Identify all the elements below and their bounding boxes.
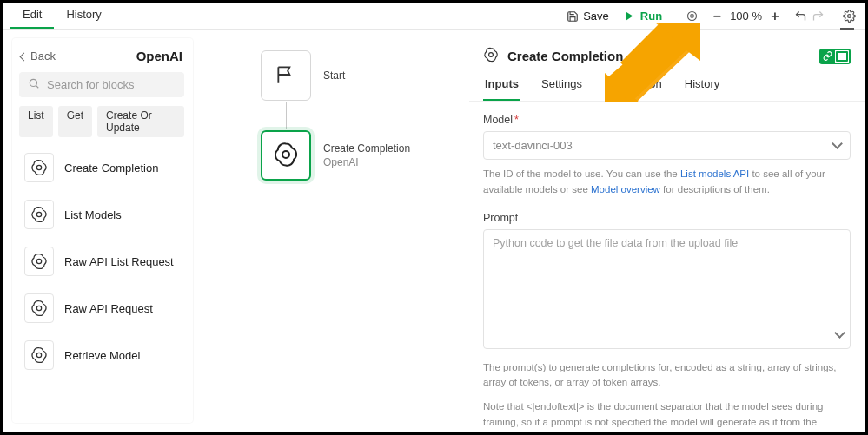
link-model-overview[interactable]: Model overview [591,184,660,194]
block-create-completion[interactable]: Create Completion [19,146,184,189]
block-label: Create Completion [64,161,158,175]
block-raw-api-list[interactable]: Raw API List Request [19,240,184,283]
prompt-field-label: Prompt [483,212,851,224]
save-icon [566,10,580,23]
target-icon[interactable] [685,10,699,23]
panel-title: Create Completion [507,49,623,63]
svg-point-7 [847,15,851,18]
node-start[interactable]: Start [261,50,345,101]
zoom-controls: − 100 % + [709,9,783,24]
prompt-help-1: The prompt(s) to generate completions fo… [483,360,851,392]
block-label: List Models [64,208,122,221]
rectangle-icon [835,49,851,64]
palette-title: OpenAI [136,49,182,63]
play-icon [623,10,637,23]
flow-canvas[interactable]: Start Create Completion OpenAI [202,30,469,432]
block-raw-api-request[interactable]: Raw API Request [19,287,184,330]
svg-point-15 [282,151,289,158]
block-list: Create Completion List Models Raw API Li… [19,146,184,377]
search-input-wrap[interactable] [19,72,184,97]
search-icon [28,77,40,92]
openai-icon [24,153,54,182]
block-retrieve-model[interactable]: Retrieve Model [19,333,184,377]
block-palette: Back OpenAI List Get Create Or Update [3,30,202,432]
svg-point-2 [690,15,693,18]
openai-icon [24,340,54,370]
block-label: Raw API Request [64,302,153,315]
node-title: Start [323,69,345,82]
prompt-textarea[interactable] [483,229,851,349]
openai-icon [273,142,299,170]
tab-edit[interactable]: Edit [10,3,54,29]
svg-line-9 [36,86,39,89]
node-create-completion[interactable]: Create Completion OpenAI [261,130,410,181]
chevron-down-icon[interactable] [835,331,844,339]
model-field-label: Model* [483,114,851,126]
svg-point-14 [36,353,41,357]
zoom-out-button[interactable]: − [709,9,725,24]
model-help-text: The ID of the model to use. You can use … [483,167,851,198]
chevron-down-icon [832,142,841,150]
node-connector [286,102,287,129]
node-subtitle: OpenAI [323,156,410,168]
panel-tabs: Inputs Settings Connection History [469,69,865,102]
svg-point-16 [489,53,494,57]
svg-point-11 [36,212,41,216]
zoom-level: 100 % [730,10,762,23]
search-input[interactable] [47,78,176,91]
tab-connection[interactable]: Connection [603,77,664,101]
link-list-models-api[interactable]: List models API [680,168,749,179]
block-label: Retrieve Model [64,349,140,362]
filter-chips: List Get Create Or Update [19,106,184,137]
tab-settings[interactable]: Settings [540,77,584,101]
svg-point-8 [30,79,36,86]
workspace: Back OpenAI List Get Create Or Update [3,30,865,432]
node-labels: Create Completion OpenAI [323,142,410,168]
node-start-tile[interactable] [261,50,311,101]
node-start-labels: Start [323,69,345,82]
back-label: Back [30,49,56,63]
prompt-help-2: Note that <|endoftext|> is the document … [483,399,851,432]
panel-body: Model* text-davinci-003 The ID of the mo… [469,102,865,432]
run-label: Run [640,10,662,23]
top-toolbar: Edit History Save Run − 100 % + [3,3,865,30]
svg-marker-0 [626,12,633,21]
svg-point-1 [687,12,696,21]
svg-point-12 [36,259,41,263]
editor-mode-tabs: Edit History [10,3,114,29]
openai-icon [24,200,54,229]
properties-panel: Create Completion Inputs Settings Connec… [469,30,865,432]
chevron-left-icon [21,49,27,63]
save-button[interactable]: Save [560,6,614,27]
undo-icon[interactable] [793,10,807,23]
svg-point-10 [36,165,41,169]
tab-panel-history[interactable]: History [683,77,721,101]
flag-icon [275,63,297,89]
svg-point-13 [36,306,41,310]
chip-create-update[interactable]: Create Or Update [97,106,184,137]
save-label: Save [583,10,609,23]
chip-get[interactable]: Get [58,106,92,137]
zoom-in-button[interactable]: + [767,9,783,24]
gear-icon[interactable] [842,10,856,23]
tab-inputs[interactable]: Inputs [483,77,520,101]
chip-list[interactable]: List [19,106,53,137]
minimize-panel-button[interactable] [840,28,854,30]
run-button[interactable]: Run [618,6,667,27]
block-list-models[interactable]: List Models [19,193,184,236]
model-select-value: text-davinci-003 [493,139,573,152]
panel-badge[interactable] [819,49,851,64]
redo-icon[interactable] [811,10,825,23]
model-select[interactable]: text-davinci-003 [483,131,851,160]
openai-icon [483,47,499,65]
back-button[interactable]: Back [21,49,56,63]
tab-history[interactable]: History [54,3,113,29]
openai-icon [24,247,54,276]
node-create-completion-tile[interactable] [261,130,311,181]
block-label: Raw API List Request [64,255,174,268]
openai-icon [24,293,54,323]
link-icon [819,49,835,64]
node-title: Create Completion [323,142,410,155]
